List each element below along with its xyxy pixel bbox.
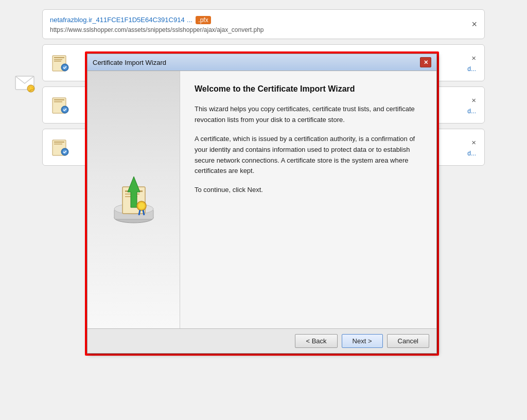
cert-row-2-close: × d... [467, 96, 476, 115]
svg-rect-4 [54, 57, 64, 58]
wizard-illustration [108, 169, 160, 231]
cert-icon-1 [51, 53, 71, 73]
wizard-content: Welcome to the Certificate Import Wizard… [180, 71, 436, 328]
cert-icon-3 [51, 137, 71, 157]
svg-rect-11 [54, 101, 62, 102]
wizard-title: Certificate Import Wizard [93, 59, 166, 66]
wizard-para1: This wizard helps you copy certificates,… [195, 104, 422, 126]
email-icon: 🔑 [14, 72, 37, 95]
cert-row-2-close-button[interactable]: × [471, 96, 476, 104]
wizard-sidebar [87, 71, 180, 328]
address-filename: netafrazblog.ir_411FCE1F1D5E64C391C914 .… [50, 15, 264, 24]
cert-row-1-close-button[interactable]: × [471, 54, 476, 62]
wizard-overlay: Certificate Import Wizard ✕ [85, 51, 439, 356]
email-icon-area: 🔑 [14, 72, 37, 97]
cert-row-2-link[interactable]: d... [467, 108, 476, 115]
next-button[interactable]: Next > [342, 334, 383, 348]
browser-close-button[interactable]: × [471, 19, 477, 30]
address-bar: netafrazblog.ir_411FCE1F1D5E64C391C914 .… [42, 9, 485, 39]
wizard-para3: To continue, click Next. [195, 185, 422, 196]
cert-row-2-left [51, 95, 71, 115]
wizard-titlebar: Certificate Import Wizard ✕ [87, 54, 436, 71]
address-url: https://www.sslshopper.com/assets/snippe… [50, 26, 264, 33]
filename-text: netafrazblog.ir_411FCE1F1D5E64C391C914 [50, 16, 185, 24]
filename-suffix: ... [187, 16, 192, 24]
wizard-footer: < Back Next > Cancel [87, 328, 436, 353]
svg-rect-15 [54, 142, 64, 143]
wizard-heading: Welcome to the Certificate Import Wizard [195, 83, 422, 95]
svg-rect-6 [54, 61, 61, 62]
wizard-close-button[interactable]: ✕ [420, 57, 431, 67]
svg-rect-10 [54, 99, 64, 100]
wizard-window: Certificate Import Wizard ✕ [87, 54, 437, 354]
back-button[interactable]: < Back [295, 334, 337, 348]
cert-row-3-left [51, 137, 71, 157]
svg-line-29 [139, 210, 140, 215]
pfx-badge: .pfx [196, 16, 210, 24]
cert-row-3-close-button[interactable]: × [471, 138, 476, 147]
wizard-body: Welcome to the Certificate Import Wizard… [87, 71, 436, 328]
svg-point-28 [138, 203, 145, 209]
svg-rect-5 [54, 59, 62, 60]
cancel-button[interactable]: Cancel [387, 334, 429, 348]
cert-row-3-close: × d... [467, 138, 476, 157]
svg-rect-16 [54, 144, 62, 145]
cert-row-3-link[interactable]: d... [467, 150, 476, 157]
address-bar-left: netafrazblog.ir_411FCE1F1D5E64C391C914 .… [50, 15, 264, 33]
cert-row-1-link[interactable]: d... [467, 65, 476, 73]
cert-row-1-left [51, 53, 71, 73]
svg-text:🔑: 🔑 [28, 86, 34, 92]
cert-icon-2 [51, 95, 71, 115]
svg-line-30 [143, 210, 144, 215]
cert-row-1-close: × d... [467, 54, 476, 73]
wizard-para2: A certificate, which is issued by a cert… [195, 134, 422, 177]
